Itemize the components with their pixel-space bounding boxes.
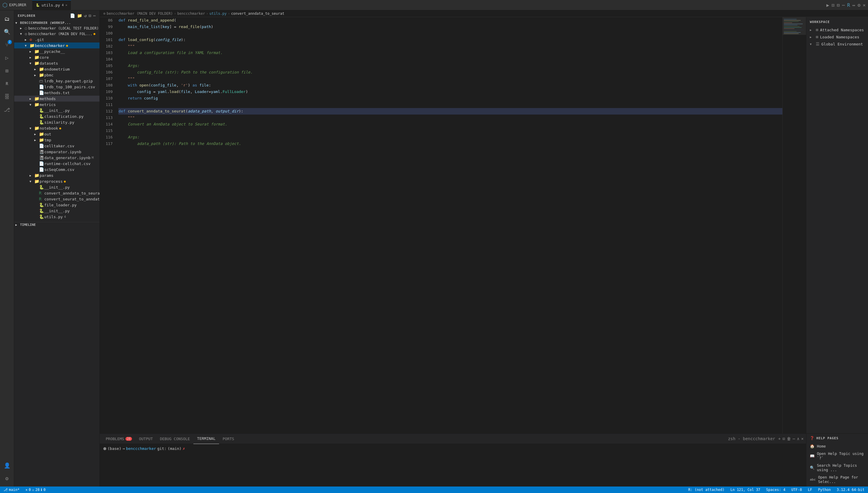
breadcrumb-folder[interactable]: benccchmarker <box>177 12 205 16</box>
new-folder-button[interactable]: 📁 <box>77 13 82 18</box>
code-line-105: Args: <box>118 63 782 69</box>
breadcrumb-file[interactable]: utils.py <box>210 12 227 16</box>
convert-seurat-r-file[interactable]: ▶ R convert_seurat_to_anndata.r M <box>14 196 100 202</box>
data-generator-file[interactable]: ▶ 📓 data_generator.ipynb M <box>14 155 100 160</box>
metrics-folder[interactable]: ▼ 📁 metrics <box>14 102 100 107</box>
benccchmarker-folder[interactable]: ▼ 📁 benccchmarker ● <box>14 43 100 48</box>
loaded-namespaces-item[interactable]: ▶ ⊞ Loaded Namespaces <box>806 34 868 40</box>
collapse-all-button[interactable]: ⊟ <box>89 13 91 18</box>
txt-file-icon: 📄 <box>39 90 44 95</box>
scseqcomm-file[interactable]: ▶ 📄 scSeqComm.csv <box>14 167 100 172</box>
methods-folder[interactable]: ▶ 📁 methods <box>14 95 100 102</box>
layout-button[interactable]: ⊟ <box>837 2 840 8</box>
attached-namespaces-item[interactable]: ▶ ⊞ Attached Namespaces <box>806 26 868 34</box>
local-test-folder[interactable]: ▶ ○ benccchmarker (LOCAL TEST FOLDER) <box>14 25 100 31</box>
terminal-more-button[interactable]: ⋯ <box>793 436 795 441</box>
sidebar-content: ▼ BENCCCHMARKER (WORKSP... ▶ ○ benccchma… <box>14 20 100 487</box>
lrdb-csv-file[interactable]: ▶ 📄 lrdb_top_100_pairs.csv <box>14 84 100 90</box>
help-open-page-item[interactable]: abc Open Help Page for Selec... <box>806 473 868 485</box>
status-version-item[interactable]: 3.12.4 64-bit <box>836 488 866 492</box>
datasets-folder[interactable]: ▼ 📁 datasets <box>14 60 100 66</box>
help-search-label: Search Help Topics using ... <box>817 463 865 472</box>
notebook-folder[interactable]: ▼ 📁 notebook ● <box>14 125 100 131</box>
status-errors-item[interactable]: ✕ 0 ⚠ 28 ℹ 0 <box>24 488 47 492</box>
tab-problems[interactable]: PROBLEMS 28 <box>102 434 135 444</box>
preprocess-folder[interactable]: ▼ 📁 preprocess ● <box>14 178 100 184</box>
status-branch-item[interactable]: ⎇ main* <box>2 488 21 492</box>
new-terminal-button[interactable]: + <box>778 436 781 441</box>
preprocess-init-file[interactable]: ▶ 🐍 __init__.py <box>14 184 100 190</box>
sidebar-item-r[interactable]: R <box>1 78 13 89</box>
status-r-item[interactable]: R: (not attached) <box>687 488 726 492</box>
breadcrumb-workspace[interactable]: benccchmarker (MAIN DEV FOLDER) <box>107 12 173 16</box>
params-folder[interactable]: ▶ 📁 params <box>14 172 100 178</box>
sidebar-item-search[interactable]: 🔍 <box>1 26 13 38</box>
active-tab[interactable]: 🐍 utils.py 4 × <box>32 0 71 10</box>
lrdb-parquet-file[interactable]: ▶ 🗃 lrdb_key.parquet.gzip <box>14 78 100 84</box>
timeline-section[interactable]: ▶ TIMELINE <box>14 222 100 227</box>
split-editor-button[interactable]: ⊡ <box>832 2 834 8</box>
live-share-icon[interactable]: ↔ <box>852 2 855 8</box>
pbmc-folder[interactable]: ▶ 📁 pbmc <box>14 72 100 78</box>
tmp-folder[interactable]: ▶ 📁 tmp <box>14 137 100 143</box>
similarity-file[interactable]: ▶ 🐍 similarity.py <box>14 119 100 125</box>
sidebar-item-extensions[interactable]: ⊞ <box>1 65 13 77</box>
code-line-115 <box>118 128 782 134</box>
tab-output[interactable]: OUTPUT <box>135 434 156 444</box>
main-dev-folder[interactable]: ▼ ◎ benccchmarker (MAIN DEV FOL... ● <box>14 31 100 37</box>
out-folder[interactable]: ▶ 📁 out <box>14 131 100 137</box>
utils-file[interactable]: ▶ 🐍 utils.py 4 <box>14 214 100 220</box>
tab-debug-console[interactable]: DEBUG CONSOLE <box>156 434 194 444</box>
split-terminal-button[interactable]: ⊡ <box>782 436 785 441</box>
tab-ports[interactable]: PORTS <box>219 434 238 444</box>
kill-terminal-button[interactable]: 🗑 <box>787 436 791 441</box>
global-env-item[interactable]: ▼ ☰ Global Environment <box>806 40 868 47</box>
more-tabs-button[interactable]: ⋯ <box>842 2 845 8</box>
comparator-file[interactable]: ▶ 📓 comparator.ipynb <box>14 149 100 155</box>
metrics-init-file[interactable]: ▶ 🐍 __init__.py <box>14 107 100 113</box>
account-icon[interactable]: 👤 <box>1 459 13 471</box>
run-button[interactable]: ▶ <box>826 2 829 8</box>
close-window-button[interactable]: × <box>863 2 866 8</box>
sidebar-item-git[interactable]: ⎇ <box>1 104 13 115</box>
app-logo: ⬡ <box>2 1 7 8</box>
sidebar-item-explorer[interactable]: 🗂 <box>1 13 13 24</box>
init-file-2[interactable]: ▶ 🐍 __init__.py <box>14 208 100 214</box>
classification-file[interactable]: ▶ 🐍 classification.py <box>14 113 100 119</box>
runtime-cellchat-file[interactable]: ▶ 📄 runtime-cellchat.csv <box>14 160 100 167</box>
sidebar-item-run[interactable]: ▷ <box>1 52 13 63</box>
status-line-ending-item[interactable]: LF <box>807 488 813 492</box>
status-spaces-item[interactable]: Spaces: 4 <box>765 488 786 492</box>
workspace-root[interactable]: ▼ BENCCCHMARKER (WORKSP... <box>14 20 100 25</box>
status-position-item[interactable]: Ln 121, Col 37 <box>729 488 761 492</box>
pycache-folder[interactable]: ▶ 📁 __pycache__ <box>14 48 100 54</box>
methods-txt-file[interactable]: ▶ 📄 methods.txt <box>14 90 100 95</box>
breadcrumb-symbol[interactable]: convert_anndata_to_seurat <box>231 12 285 16</box>
convert-anndata-r-file[interactable]: ▶ R convert_anndata_to_seurat.r <box>14 190 100 196</box>
help-search-item[interactable]: 🔍 Search Help Topics using ... <box>806 462 868 473</box>
settings-button[interactable]: ⚙ <box>858 2 861 8</box>
code-editor[interactable]: 86 99 100 101 102 103 104 105 106 107 10… <box>100 17 806 433</box>
file-loader-file[interactable]: ▶ 🐍 file_loader.py <box>14 202 100 208</box>
new-file-button[interactable]: 📄 <box>70 13 75 18</box>
help-home-item[interactable]: 🏠 Home <box>806 443 868 450</box>
pbmc-icon: 📁 <box>39 72 44 77</box>
settings-icon[interactable]: ⚙ <box>1 472 13 484</box>
status-language-item[interactable]: Python <box>817 488 832 492</box>
help-open-topic-item[interactable]: 📖 Open Help Topic using `?` <box>806 450 868 462</box>
celltaker-file[interactable]: ▶ 📄 celltaker.csv <box>14 143 100 149</box>
terminal-content[interactable]: (base) → benccchmarker git: (main) ✗ <box>100 444 806 487</box>
title-bar-left: ⬡ EXPLORER <box>2 1 26 8</box>
tab-close-button[interactable]: × <box>65 3 67 7</box>
tab-terminal[interactable]: TERMINAL <box>193 434 219 444</box>
core-folder[interactable]: ▶ 📁 core <box>14 54 100 60</box>
refresh-button[interactable]: ↺ <box>84 13 87 18</box>
endometrium-folder[interactable]: ▶ 📁 endometrium <box>14 66 100 72</box>
sidebar-item-database[interactable]: 🗄 <box>1 91 13 103</box>
terminal-close-button[interactable]: × <box>801 436 804 441</box>
status-encoding-item[interactable]: UTF-8 <box>790 488 803 492</box>
sidebar-item-source-control[interactable]: ⑂ 2 <box>1 39 13 50</box>
terminal-up-button[interactable]: ∧ <box>797 436 799 441</box>
more-actions-button[interactable]: ⋯ <box>93 13 96 18</box>
git-folder[interactable]: ▶ ⊙ .git <box>14 37 100 43</box>
